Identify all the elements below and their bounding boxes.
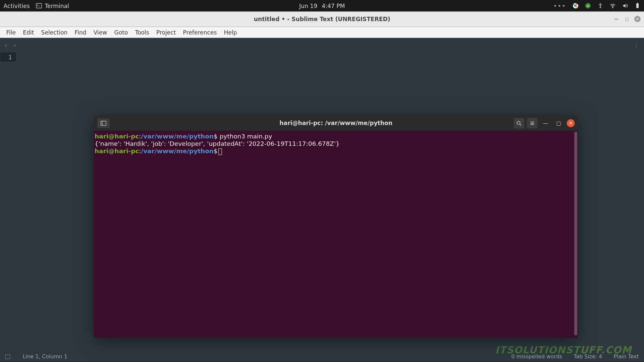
sublime-statusbar: Line 1, Column 1 0 misspelled words Tab … (0, 351, 644, 362)
terminal-body[interactable]: hari@hari-pc:/var/www/me/python$ python3… (94, 131, 578, 338)
prompt-symbol: $ (214, 132, 218, 139)
terminal-maximize-button[interactable]: ▢ (553, 118, 564, 128)
terminal-minimize-button[interactable]: — (540, 118, 551, 128)
chrome-icon[interactable] (573, 3, 579, 9)
terminal-indicator[interactable]: Terminal (36, 2, 69, 9)
menu-button[interactable] (527, 118, 538, 128)
search-button[interactable] (514, 118, 525, 128)
terminal-scrollbar[interactable] (574, 132, 577, 336)
terminal-icon (36, 3, 42, 9)
svg-rect-6 (636, 3, 639, 8)
menu-edit[interactable]: Edit (19, 29, 38, 36)
svg-rect-8 (101, 121, 106, 125)
nav-forward-icon[interactable]: › (13, 41, 16, 50)
more-options-icon[interactable]: ⋮ (633, 41, 640, 50)
tab-size[interactable]: Tab Size: 4 (574, 353, 602, 359)
new-tab-button[interactable] (97, 118, 110, 128)
menu-tools[interactable]: Tools (131, 29, 153, 36)
line-number: 1 (0, 53, 16, 61)
nav-back-icon[interactable]: ‹ (4, 41, 7, 50)
prompt-path: /var/www/me/python (141, 147, 214, 155)
clock-time[interactable]: 4:47 PM (322, 2, 345, 9)
tab-bar: ‹ › ⋮ (0, 38, 644, 52)
prompt-symbol: $ (214, 147, 218, 155)
maximize-button[interactable]: ▢ (624, 16, 630, 22)
line-gutter: 1 (0, 53, 25, 61)
output-text: {'name': 'Hardik', 'job': 'Developer', '… (95, 140, 340, 147)
menu-view[interactable]: View (90, 29, 111, 36)
spell-status[interactable]: 0 misspelled words (511, 353, 562, 359)
status-ok-icon[interactable] (585, 3, 591, 9)
sublime-menubar: File Edit Selection Find View Goto Tools… (0, 27, 644, 38)
command-text: python3 main.py (218, 132, 272, 139)
activities-button[interactable]: Activities (4, 2, 30, 9)
menu-file[interactable]: File (3, 29, 19, 36)
svg-point-5 (612, 7, 613, 8)
new-tab-icon (100, 120, 106, 126)
close-button[interactable]: ✕ (634, 16, 640, 22)
prompt-path: /var/www/me/python (141, 132, 214, 139)
sublime-editor[interactable]: ‹ › ⋮ 1 Line 1, Column 1 0 misspelled wo… (0, 38, 644, 362)
accessibility-icon[interactable] (597, 3, 603, 9)
terminal-titlebar[interactable]: hari@hari-pc: /var/www/me/python — ▢ ✕ (94, 115, 578, 131)
clock-date[interactable]: Jun 19 (299, 2, 317, 9)
menu-selection[interactable]: Selection (38, 29, 71, 36)
cursor (218, 148, 222, 155)
menu-find[interactable]: Find (71, 29, 90, 36)
prompt-user: hari@hari-pc (95, 147, 139, 155)
terminal-window: hari@hari-pc: /var/www/me/python — ▢ ✕ h… (94, 115, 578, 338)
gnome-top-bar: Activities Terminal Jun 19 4:47 PM ••• (0, 0, 644, 11)
syntax-mode[interactable]: Plain Text (613, 353, 639, 359)
menu-help[interactable]: Help (220, 29, 240, 36)
menu-project[interactable]: Project (153, 29, 179, 36)
svg-rect-0 (36, 3, 42, 8)
svg-rect-7 (637, 3, 638, 3)
search-icon (516, 120, 522, 126)
terminal-title: hari@hari-pc: /var/www/me/python (279, 120, 392, 126)
menu-preferences[interactable]: Preferences (179, 29, 220, 36)
battery-icon[interactable] (634, 3, 640, 9)
wifi-icon[interactable] (610, 3, 616, 9)
cursor-position[interactable]: Line 1, Column 1 (22, 353, 67, 359)
menu-goto[interactable]: Goto (111, 29, 131, 36)
svg-point-9 (517, 121, 520, 124)
prompt-user: hari@hari-pc (95, 132, 139, 139)
more-icon[interactable]: ••• (553, 2, 566, 9)
panel-toggle-icon[interactable] (5, 354, 10, 359)
hamburger-icon (530, 120, 535, 126)
sublime-titlebar: untitled • - Sublime Text (UNREGISTERED)… (0, 11, 644, 27)
terminal-close-button[interactable]: ✕ (567, 119, 575, 127)
minimize-button[interactable]: — (613, 16, 619, 22)
window-title: untitled • - Sublime Text (UNREGISTERED) (254, 16, 390, 22)
volume-icon[interactable] (622, 3, 628, 9)
terminal-label: Terminal (45, 2, 69, 9)
svg-point-4 (600, 3, 601, 4)
